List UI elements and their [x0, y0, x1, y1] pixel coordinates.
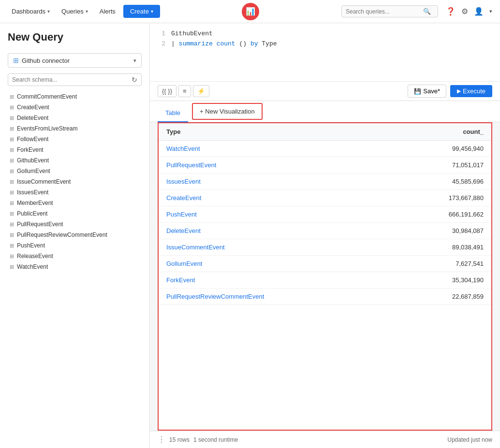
schema-items-list: ⊞CommitCommentEvent⊞CreateEvent⊞DeleteEv… — [8, 92, 142, 272]
count-cell: 45,585,696 — [389, 173, 491, 190]
type-cell[interactable]: IssuesEvent — [159, 173, 389, 190]
schema-item[interactable]: ⊞ReleaseEvent — [8, 251, 142, 261]
schema-search-input[interactable] — [12, 76, 132, 83]
nav-dashboards[interactable]: Dashboards ▾ — [8, 6, 54, 17]
table-icon: ⊞ — [10, 104, 14, 111]
row-count: 15 rows — [169, 436, 190, 443]
type-cell[interactable]: PushEvent — [159, 206, 389, 223]
type-cell[interactable]: WatchEvent — [159, 141, 389, 157]
schema-item[interactable]: ⊞GithubEvent — [8, 156, 142, 165]
user-avatar[interactable]: 👤 — [474, 7, 484, 16]
table-row: PushEvent 666,191,662 — [159, 206, 491, 223]
logo-center: 📊 — [164, 3, 338, 20]
table-icon: ⊞ — [10, 94, 14, 100]
bolt-button[interactable]: ⚡ — [193, 85, 209, 97]
dashboards-chevron-icon: ▾ — [47, 9, 50, 14]
refresh-icon[interactable]: ↻ — [132, 76, 137, 84]
status-bar: ⋮ 15 rows 1 second runtime Updated just … — [150, 431, 500, 448]
schema-item[interactable]: ⊞PullRequestEvent — [8, 219, 142, 229]
format-button[interactable]: {{ }} — [158, 85, 176, 97]
table-icon: ⊞ — [10, 232, 14, 238]
schema-item[interactable]: ⊞PullRequestReviewCommentEvent — [8, 230, 142, 240]
type-cell[interactable]: PullRequestReviewCommentEvent — [159, 289, 389, 305]
create-button[interactable]: Create ▾ — [123, 5, 160, 18]
nav-queries[interactable]: Queries ▾ — [58, 6, 92, 17]
table-icon: ⊞ — [10, 221, 14, 228]
count-cell: 30,984,087 — [389, 223, 491, 239]
count-cell: 22,687,859 — [389, 289, 491, 305]
table-icon: ⊞ — [10, 158, 14, 164]
count-cell: 71,051,017 — [389, 157, 491, 173]
type-cell[interactable]: CreateEvent — [159, 190, 389, 206]
table-icon: ⊞ — [10, 264, 14, 270]
count-cell: 173,667,880 — [389, 190, 491, 206]
schema-search-box[interactable]: ↻ — [8, 73, 142, 86]
type-cell[interactable]: PullRequestEvent — [159, 157, 389, 173]
count-cell: 35,304,190 — [389, 272, 491, 289]
user-chevron-icon[interactable]: ▾ — [489, 8, 492, 14]
tab-new-visualization[interactable]: + New Visualization — [192, 103, 263, 120]
results-table: Type count_ WatchEvent 99,456,940 PullRe… — [159, 123, 491, 305]
editor-toolbar: {{ }} ≡ ⚡ 💾 Save* ▶ Execute — [150, 81, 500, 101]
top-nav: Dashboards ▾ Queries ▾ Alerts Create ▾ 📊… — [0, 0, 500, 23]
schema-item[interactable]: ⊞MemberEvent — [8, 198, 142, 208]
list-button[interactable]: ≡ — [178, 85, 191, 97]
schema-item[interactable]: ⊞EventsFromLiveStream — [8, 124, 142, 133]
table-icon: ⊞ — [10, 115, 14, 121]
col-count-header: count_ — [389, 123, 491, 141]
connector-select[interactable]: ⊞ Github connector ▾ — [8, 53, 142, 68]
schema-item[interactable]: ⊞FollowEvent — [8, 134, 142, 144]
schema-item[interactable]: ⊞IssuesEvent — [8, 188, 142, 197]
tabs-bar: Table + New Visualization — [150, 101, 500, 122]
table-icon: ⊞ — [10, 211, 14, 217]
table-icon: ⊞ — [10, 200, 14, 206]
runtime: 1 second runtime — [193, 436, 238, 443]
table-row: PullRequestEvent 71,051,017 — [159, 157, 491, 173]
table-row: ForkEvent 35,304,190 — [159, 272, 491, 289]
schema-item[interactable]: ⊞ForkEvent — [8, 145, 142, 155]
connector-icon: ⊞ — [13, 57, 19, 64]
count-cell: 99,456,940 — [389, 141, 491, 157]
settings-icon[interactable]: ⚙ — [461, 7, 468, 16]
search-box[interactable]: 🔍 — [341, 5, 438, 17]
create-chevron-icon: ▾ — [151, 9, 153, 14]
line-number: 1 — [158, 29, 165, 39]
col-type-header: Type — [159, 123, 389, 141]
schema-item[interactable]: ⊞PublicEvent — [8, 209, 142, 218]
schema-item[interactable]: ⊞DeleteEvent — [8, 113, 142, 123]
table-icon: ⊞ — [10, 243, 14, 249]
tab-table[interactable]: Table — [158, 104, 188, 122]
schema-item[interactable]: ⊞WatchEvent — [8, 262, 142, 272]
table-icon: ⊞ — [10, 126, 14, 132]
schema-item[interactable]: ⊞CreateEvent — [8, 102, 142, 112]
schema-item[interactable]: ⊞GollumEvent — [8, 166, 142, 176]
table-row: IssuesEvent 45,585,696 — [159, 173, 491, 190]
type-cell[interactable]: IssueCommentEvent — [159, 239, 389, 256]
schema-item[interactable]: ⊞IssueCommentEvent — [8, 177, 142, 187]
results-table-container: Type count_ WatchEvent 99,456,940 PullRe… — [158, 122, 492, 431]
nav-icons: ❓ ⚙ 👤 ▾ — [446, 7, 492, 16]
type-cell[interactable]: ForkEvent — [159, 272, 389, 289]
table-icon: ⊞ — [10, 189, 14, 196]
type-cell[interactable]: DeleteEvent — [159, 223, 389, 239]
table-row: DeleteEvent 30,984,087 — [159, 223, 491, 239]
table-row: WatchEvent 99,456,940 — [159, 141, 491, 157]
save-button[interactable]: 💾 Save* — [408, 85, 446, 98]
table-row: IssueCommentEvent 89,038,491 — [159, 239, 491, 256]
execute-button[interactable]: ▶ Execute — [450, 85, 492, 97]
status-dots[interactable]: ⋮ — [158, 435, 165, 444]
schema-item[interactable]: ⊞CommitCommentEvent — [8, 92, 142, 101]
help-icon[interactable]: ❓ — [446, 7, 456, 16]
updated-timestamp: Updated just now — [447, 436, 492, 443]
search-input[interactable] — [346, 8, 423, 15]
code-editor[interactable]: 1GithubEvent2| summarize count () by Typ… — [150, 23, 500, 81]
table-icon: ⊞ — [10, 136, 14, 143]
table-row: GollumEvent 7,627,541 — [159, 256, 491, 272]
count-cell: 89,038,491 — [389, 239, 491, 256]
schema-item[interactable]: ⊞PushEvent — [8, 241, 142, 250]
nav-alerts[interactable]: Alerts — [96, 6, 119, 17]
page-title: New Query — [8, 31, 142, 47]
code-text: GithubEvent — [171, 29, 213, 39]
type-cell[interactable]: GollumEvent — [159, 256, 389, 272]
code-line: 2| summarize count () by Type — [158, 39, 492, 49]
